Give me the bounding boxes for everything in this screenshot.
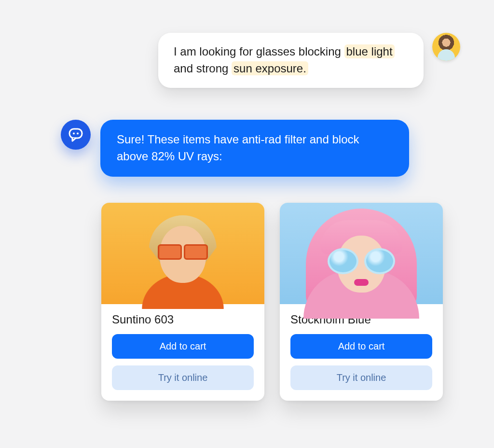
- try-online-button[interactable]: Try it online: [112, 365, 254, 390]
- user-message-bubble: I am looking for glasses blocking blue l…: [158, 33, 424, 88]
- bot-message-bubble: Sure! These items have anti-rad filter a…: [100, 120, 409, 177]
- bot-message-text: Sure! These items have anti-rad filter a…: [117, 133, 359, 163]
- add-to-cart-button[interactable]: Add to cart: [112, 334, 254, 359]
- user-msg-part: and strong: [174, 62, 232, 75]
- add-to-cart-button[interactable]: Add to cart: [290, 334, 432, 359]
- svg-rect-0: [69, 129, 82, 138]
- user-message-text: I am looking for glasses blocking blue l…: [174, 44, 395, 75]
- highlight-blue-light: blue light: [344, 44, 395, 58]
- product-body: Suntino 603 Add to cart Try it online: [101, 304, 264, 401]
- chatbot-icon: [61, 120, 91, 150]
- product-card: Suntino 603 Add to cart Try it online: [101, 203, 264, 401]
- user-msg-part: I am looking for glasses blocking: [174, 45, 341, 58]
- product-title: Suntino 603: [112, 313, 254, 326]
- product-cards: Suntino 603 Add to cart Try it online St…: [101, 203, 443, 401]
- product-image: [280, 203, 443, 304]
- product-image: [101, 203, 264, 304]
- product-body: Stockholm Blue Add to cart Try it online: [280, 304, 443, 401]
- highlight-sun-exposure: sun exposure.: [232, 61, 308, 75]
- product-card: Stockholm Blue Add to cart Try it online: [280, 203, 443, 401]
- bot-message-row: Sure! These items have anti-rad filter a…: [61, 120, 409, 177]
- svg-point-2: [77, 133, 79, 135]
- user-message-row: I am looking for glasses blocking blue l…: [158, 33, 460, 88]
- user-avatar: [432, 33, 460, 61]
- try-online-button[interactable]: Try it online: [290, 365, 432, 390]
- svg-point-1: [73, 133, 75, 135]
